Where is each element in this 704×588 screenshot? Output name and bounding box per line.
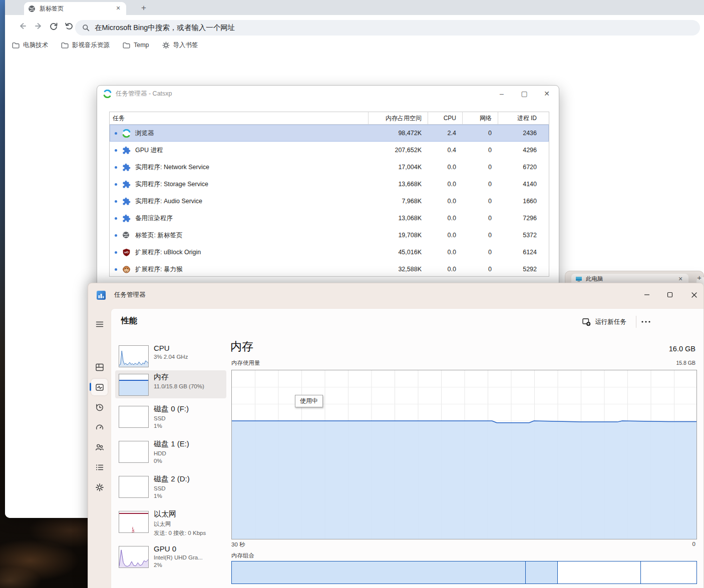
app-history-nav-button[interactable] xyxy=(91,399,108,415)
close-icon[interactable]: ✕ xyxy=(542,89,552,99)
process-row[interactable]: 实用程序: Storage Service 13,668K 0.0 0 4140 xyxy=(110,176,549,193)
process-row[interactable]: uO 扩展程序: uBlock Origin 45,016K 0.0 0 612… xyxy=(110,244,549,261)
ethernet-mini-chart xyxy=(119,511,149,533)
bookmark-label: 电脑技术 xyxy=(23,41,48,50)
memory-mini-chart xyxy=(119,374,149,396)
performance-nav-button[interactable] xyxy=(91,379,108,395)
task-manager-titlebar[interactable]: 任务管理器 xyxy=(88,283,703,307)
sidebar-item-cpu[interactable]: CPU3% 2.04 GHz xyxy=(115,342,226,370)
process-row[interactable]: GPU 进程 207,652K 0.4 0 4296 xyxy=(110,142,549,159)
browser-task-manager-title: 任务管理器 - Catsxp xyxy=(116,90,172,98)
bookmark-item[interactable]: 导入书签 xyxy=(162,41,198,50)
graph-tooltip: 使用中 xyxy=(295,395,323,407)
composition-segment-standby[interactable] xyxy=(557,561,640,583)
puzzle-icon xyxy=(122,214,131,223)
process-bullet xyxy=(115,234,117,237)
process-row[interactable]: 实用程序: Network Service 17,004K 0.0 0 6720 xyxy=(110,159,549,176)
sidebar-item-disk[interactable]: 磁盘 1 (E:)HDD0% xyxy=(115,437,226,468)
process-row[interactable]: 标签页: 新标签页 19,708K 0.0 0 5372 xyxy=(110,227,549,244)
catsxp-logo-icon xyxy=(103,90,112,98)
close-icon[interactable] xyxy=(686,287,701,302)
tab-title: 新标签页 xyxy=(40,5,114,13)
process-memory: 13,668K xyxy=(368,176,428,193)
process-memory: 19,708K xyxy=(368,227,428,244)
process-row[interactable]: 备用渲染程序 13,068K 0.0 0 7296 xyxy=(110,210,549,227)
sidebar-item-disk[interactable]: 磁盘 2 (D:)SSD1% xyxy=(115,472,226,503)
bookmark-label: 导入书签 xyxy=(173,41,198,50)
back-icon[interactable] xyxy=(18,22,27,31)
details-icon xyxy=(95,463,104,472)
maximize-icon[interactable] xyxy=(662,287,677,302)
process-name: 扩展程序: 暴力猴 xyxy=(135,265,182,274)
explorer-window-peek[interactable]: 此电脑 × + xyxy=(565,271,704,284)
process-table-header[interactable]: 任务 内存占用空间 CPU 网络 进程 ID xyxy=(110,112,549,125)
sidebar-item-name: GPU 0 xyxy=(154,544,203,553)
task-manager-nav-rail xyxy=(88,307,111,588)
process-row[interactable]: 实用程序: Audio Service 7,968K 0.0 0 1660 xyxy=(110,193,549,210)
sidebar-item-ethernet[interactable]: 以太网以太网发送: 0 接收: 0 Kbps xyxy=(115,507,226,538)
svg-text:uO: uO xyxy=(124,250,129,253)
process-memory: 45,016K xyxy=(368,244,428,261)
explorer-tab-close-icon[interactable]: × xyxy=(676,275,684,283)
run-new-task-button[interactable]: 运行新任务 xyxy=(579,315,630,329)
column-network[interactable]: 网络 xyxy=(462,112,498,124)
sidebar-item-disk[interactable]: 磁盘 0 (F:)SSD1% xyxy=(115,402,226,433)
process-memory: 207,652K xyxy=(368,142,428,159)
process-row[interactable]: 浏览器 98,472K 2.4 0 2436 xyxy=(110,125,549,142)
memory-composition-label: 内存组合 xyxy=(231,552,254,559)
process-cpu: 0.0 xyxy=(428,244,462,261)
sidebar-item-memory[interactable]: 内存11.0/15.8 GB (70%) xyxy=(115,370,226,398)
sidebar-item-gpu[interactable]: GPU 0Intel(R) UHD Gra...2% xyxy=(115,542,226,573)
tab-close-icon[interactable]: × xyxy=(114,5,122,13)
process-cpu: 0.0 xyxy=(428,193,462,210)
process-name: 实用程序: Audio Service xyxy=(135,197,202,206)
puzzle-icon xyxy=(122,180,131,189)
minimize-icon[interactable] xyxy=(639,287,654,302)
new-tab-button[interactable]: + xyxy=(138,3,149,14)
browser-task-manager-titlebar[interactable]: 任务管理器 - Catsxp xyxy=(97,86,559,102)
sidebar-item-detail: 0% xyxy=(154,458,189,464)
maximize-icon[interactable]: ▢ xyxy=(519,89,529,99)
process-pid: 2436 xyxy=(498,125,549,142)
column-pid[interactable]: 进程 ID xyxy=(498,112,549,124)
performance-icon xyxy=(95,383,104,392)
composition-segment-modified[interactable] xyxy=(525,561,557,583)
startup-apps-nav-button[interactable] xyxy=(91,419,108,435)
memory-composition-bar[interactable] xyxy=(231,561,697,584)
process-row[interactable]: 扩展程序: 暴力猴 32,588K 0.0 0 5292 xyxy=(110,261,549,278)
column-memory[interactable]: 内存占用空间 xyxy=(368,112,428,124)
folder-icon xyxy=(61,42,69,49)
bookmark-item[interactable]: 电脑技术 xyxy=(12,41,48,50)
processes-nav-button[interactable] xyxy=(91,359,108,375)
address-bar-text: 在Microsoft Bing中搜索，或者输入一个网址 xyxy=(95,23,235,33)
services-icon xyxy=(95,483,104,492)
forward-icon[interactable] xyxy=(34,22,43,31)
process-pid: 7296 xyxy=(498,210,549,227)
composition-segment-in-use[interactable] xyxy=(232,561,525,583)
task-manager-app-icon xyxy=(97,291,106,300)
details-nav-button[interactable] xyxy=(91,459,108,475)
gear-icon xyxy=(162,42,170,49)
users-nav-button[interactable] xyxy=(91,439,108,455)
minimize-icon[interactable]: – xyxy=(497,89,507,99)
services-nav-button[interactable] xyxy=(91,479,108,495)
undo-reload-icon[interactable] xyxy=(64,22,73,31)
browser-tab[interactable]: 新标签页 × xyxy=(24,2,126,15)
composition-segment-free[interactable] xyxy=(640,561,696,583)
column-cpu[interactable]: CPU xyxy=(428,112,462,124)
cpu-mini-chart xyxy=(119,345,149,367)
address-bar[interactable]: 在Microsoft Bing中搜索，或者输入一个网址 xyxy=(75,20,700,36)
process-cpu: 0.0 xyxy=(428,261,462,278)
bookmark-item[interactable]: 影视音乐资源 xyxy=(61,41,110,50)
bookmark-item[interactable]: Temp xyxy=(123,42,149,49)
sidebar-item-detail: SSD xyxy=(154,485,190,491)
memory-usage-label: 内存使用量 xyxy=(231,359,260,367)
process-pid: 6124 xyxy=(498,244,549,261)
more-options-icon[interactable] xyxy=(638,315,653,329)
column-task[interactable]: 任务 xyxy=(110,112,368,124)
explorer-new-tab-icon[interactable]: + xyxy=(697,273,701,282)
process-network: 0 xyxy=(462,176,498,193)
sidebar-item-name: 内存 xyxy=(154,372,204,382)
refresh-icon[interactable] xyxy=(49,22,58,31)
hamburger-menu-icon[interactable] xyxy=(91,316,108,332)
